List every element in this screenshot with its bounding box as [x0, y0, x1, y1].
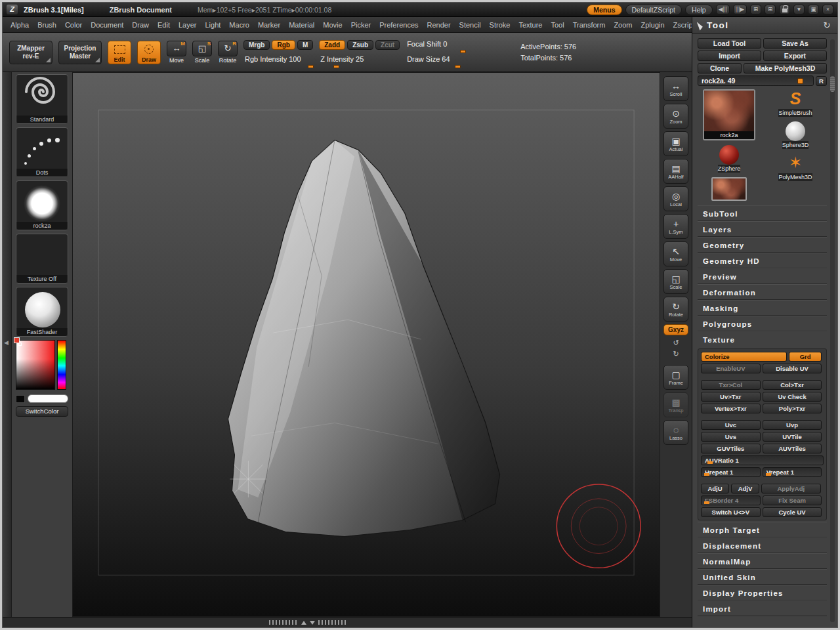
tool-item-rock2a[interactable]: [711, 177, 747, 201]
scroll-down-icon[interactable]: [310, 621, 315, 625]
texture-button[interactable]: Uvs: [701, 432, 761, 442]
current-texture-tile[interactable]: Texture Off: [16, 234, 68, 284]
load-tool-button[interactable]: Load Tool: [698, 38, 761, 49]
menu-item[interactable]: Preferences: [379, 21, 418, 29]
current-stroke-tile[interactable]: Dots: [16, 127, 68, 177]
make-polymesh3d-button[interactable]: Make PolyMesh3D: [744, 63, 827, 74]
rgb-button[interactable]: Rgb: [272, 40, 295, 50]
edit-button[interactable]: Edit: [108, 41, 131, 64]
projection-master-button[interactable]: Projection Master: [58, 41, 102, 64]
scroll-left-icon[interactable]: ◀|||: [716, 5, 730, 14]
texture-section-header[interactable]: Texture: [698, 332, 827, 348]
panel-scrollbar[interactable]: [830, 39, 835, 622]
tool-panel-section[interactable]: Preview: [698, 268, 827, 284]
texture-button[interactable]: Vrepeat 1: [763, 467, 822, 477]
right-shelf-button[interactable]: ↔ Scroll: [663, 76, 688, 101]
z-intensity-slider[interactable]: Z Intensity 25: [319, 55, 400, 65]
right-shelf-button[interactable]: ◱ Scale: [663, 269, 688, 294]
menu-item[interactable]: Material: [289, 21, 314, 29]
import-button[interactable]: Import: [698, 51, 761, 61]
export-button[interactable]: Export: [763, 51, 827, 61]
texture-button[interactable]: AUVRatio 1: [701, 455, 824, 465]
texture-button[interactable]: GUVTiles: [701, 444, 761, 453]
scale-tool[interactable]: S ◱ Scale: [192, 41, 212, 64]
menu-item[interactable]: Marker: [258, 21, 280, 29]
zsub-button[interactable]: Zsub: [347, 40, 373, 50]
texture-button[interactable]: AdjV: [731, 484, 759, 494]
menu-item[interactable]: Movie: [323, 21, 342, 29]
right-shelf-button[interactable]: ⊙ Zoom: [663, 104, 688, 129]
right-shelf-button[interactable]: ▢ Frame: [663, 365, 688, 390]
close-button[interactable]: ×: [822, 5, 833, 14]
switch-color-button[interactable]: SwitchColor: [16, 406, 68, 417]
help-button[interactable]: Help: [685, 5, 713, 15]
rotate-tool[interactable]: R ↻ Rotate: [218, 41, 238, 64]
tool-panel-section[interactable]: Display Properties: [698, 585, 827, 600]
texture-button[interactable]: Fix Seam: [763, 495, 822, 505]
r-button[interactable]: R: [816, 76, 827, 86]
tool-panel-section[interactable]: SubTool: [698, 205, 827, 221]
menu-item[interactable]: Stencil: [459, 21, 481, 29]
texture-button[interactable]: Disable UV: [763, 364, 822, 373]
right-shelf-button[interactable]: ▩ Transp: [663, 392, 688, 417]
tool-item-zsphere[interactable]: ZSphere: [718, 145, 741, 173]
scroll-right-icon[interactable]: |||▶: [733, 5, 747, 14]
texture-button[interactable]: Col>Txr: [763, 380, 822, 390]
collapse-left-icon[interactable]: ◀: [4, 339, 9, 346]
right-shelf-button[interactable]: ▤ AAHalf: [663, 159, 688, 184]
focal-shift-slider[interactable]: Focal Shift 0: [406, 40, 504, 50]
tool-item-sphere3d[interactable]: Sphere3D: [782, 121, 809, 149]
right-shelf-button[interactable]: ◎ Local: [663, 186, 688, 211]
texture-button[interactable]: Cycle UV: [763, 507, 822, 517]
menu-item[interactable]: Alpha: [10, 21, 29, 29]
right-shelf-button[interactable]: ↻ Rotate: [663, 297, 688, 322]
menu-item[interactable]: Transform: [573, 21, 606, 29]
texture-button[interactable]: UVTile: [763, 432, 822, 442]
draw-button[interactable]: Draw: [137, 41, 161, 64]
zadd-button[interactable]: Zadd: [319, 40, 345, 50]
menus-button[interactable]: Menus: [587, 5, 621, 15]
draw-size-slider[interactable]: Draw Size 64: [406, 55, 504, 65]
texture-button[interactable]: Grd: [789, 352, 822, 362]
document-scrollbar[interactable]: [269, 620, 347, 625]
menu-item[interactable]: Brush: [37, 21, 56, 29]
texture-button[interactable]: AdjU: [701, 484, 729, 494]
texture-button[interactable]: EnableUV: [701, 364, 761, 373]
scroll-up-icon[interactable]: [301, 621, 306, 625]
m-button[interactable]: M: [297, 40, 313, 50]
history-icon[interactable]: ↻: [824, 20, 831, 30]
tool-panel-section[interactable]: Masking: [698, 300, 827, 316]
current-brush-tile[interactable]: Standard: [16, 74, 68, 124]
draw-size-handle[interactable]: [455, 65, 461, 68]
tool-panel-section[interactable]: Deformation: [698, 284, 827, 300]
focal-shift-handle[interactable]: [460, 50, 466, 53]
zcut-button[interactable]: Zcut: [375, 40, 400, 50]
texture-button[interactable]: ApplyAdj: [761, 484, 821, 494]
left-tray-divider[interactable]: ◀: [3, 72, 12, 617]
tool-panel-section[interactable]: Geometry HD: [698, 253, 827, 268]
minimize-button[interactable]: ▼: [793, 5, 805, 14]
hue-strip[interactable]: [57, 340, 66, 390]
texture-button[interactable]: Poly>Txr: [763, 404, 822, 413]
color-sv-square[interactable]: [16, 340, 55, 390]
primary-color-swatch[interactable]: [28, 394, 68, 403]
secondary-color-swatch[interactable]: [16, 395, 25, 403]
move-tool[interactable]: M ↔ Move: [167, 41, 186, 64]
menu-item[interactable]: Edit: [158, 21, 170, 29]
right-shelf-button[interactable]: Gxyz: [663, 324, 688, 335]
texture-button[interactable]: Txr>Col: [701, 380, 761, 390]
layout-left-icon[interactable]: ⊞: [750, 5, 761, 14]
menu-item[interactable]: Layer: [178, 21, 197, 29]
tool-item-simplebrush[interactable]: S SimpleBrush: [778, 89, 812, 117]
tool-panel-section[interactable]: Morph Target: [698, 522, 827, 537]
tool-panel-section[interactable]: Displacement: [698, 537, 827, 553]
texture-button[interactable]: AUVTiles: [763, 444, 822, 453]
menu-item[interactable]: Tool: [551, 21, 564, 29]
rgb-intensity-handle[interactable]: [308, 65, 314, 68]
texture-button[interactable]: Colorize: [701, 352, 787, 362]
right-shelf-button[interactable]: ↺: [669, 338, 682, 346]
zmapper-button[interactable]: ZMapper rev-E: [9, 41, 52, 64]
texture-button[interactable]: Uv Check: [763, 392, 822, 402]
menu-item[interactable]: Light: [205, 21, 221, 29]
tool-panel-section[interactable]: NormalMap: [698, 553, 827, 569]
